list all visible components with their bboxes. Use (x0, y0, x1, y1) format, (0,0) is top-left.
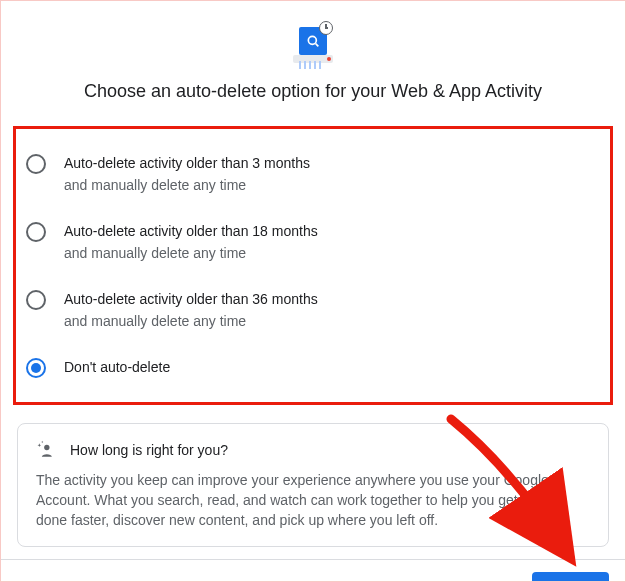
info-body: The activity you keep can improve your e… (36, 470, 590, 530)
radio-label: Auto-delete activity older than 3 months (64, 153, 310, 173)
radio-label: Auto-delete activity older than 36 month… (64, 289, 318, 309)
radio-icon (26, 290, 46, 310)
radio-sublabel: and manually delete any time (64, 243, 318, 263)
info-card: How long is right for you? The activity … (17, 423, 609, 547)
radio-option-3-months[interactable]: Auto-delete activity older than 3 months… (22, 143, 604, 205)
radio-icon (26, 154, 46, 174)
radio-sublabel: and manually delete any time (64, 175, 310, 195)
radio-label: Don't auto-delete (64, 357, 170, 377)
radio-icon (26, 222, 46, 242)
radio-option-dont-delete[interactable]: Don't auto-delete (22, 347, 604, 388)
cancel-button[interactable]: Cancel (445, 573, 521, 582)
radio-sublabel: and manually delete any time (64, 311, 318, 331)
next-button[interactable]: Next (532, 572, 609, 582)
svg-point-2 (44, 445, 49, 450)
header-shredder-icon (17, 21, 609, 69)
radio-label: Auto-delete activity older than 18 month… (64, 221, 318, 241)
radio-icon-selected (26, 358, 46, 378)
sparkle-person-icon (36, 440, 56, 460)
info-title: How long is right for you? (70, 442, 228, 458)
svg-point-0 (308, 36, 316, 44)
radio-option-18-months[interactable]: Auto-delete activity older than 18 month… (22, 211, 604, 273)
options-highlight-box: Auto-delete activity older than 3 months… (13, 126, 613, 405)
dialog-footer: Cancel Next (1, 559, 625, 582)
svg-line-1 (316, 44, 319, 47)
page-title: Choose an auto-delete option for your We… (17, 81, 609, 102)
radio-option-36-months[interactable]: Auto-delete activity older than 36 month… (22, 279, 604, 341)
